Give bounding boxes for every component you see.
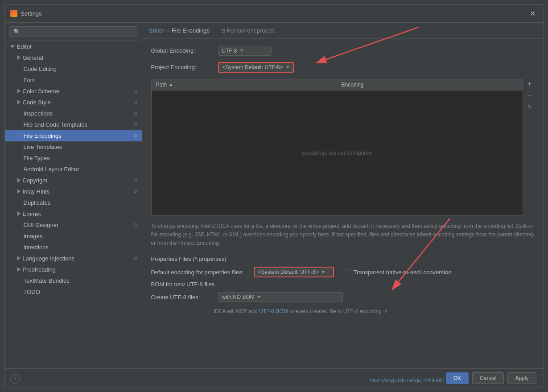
table-empty-message: Encodings are not configured: [302, 150, 371, 156]
dropdown-arrow-icon: [240, 50, 243, 52]
breadcrumb: Editor › File Encodings ⊞ For current pr…: [142, 23, 544, 39]
copy-icon: ⧉: [134, 256, 137, 261]
dropdown-arrow-icon: [321, 271, 325, 273]
edit-encoding-button[interactable]: ✎: [525, 102, 535, 112]
sidebar-item-label: File and Code Templates: [24, 121, 88, 128]
create-utf8-value: with NO BOM: [222, 294, 255, 300]
project-encoding-label: Project Encoding:: [151, 64, 214, 70]
project-encoding-dropdown[interactable]: <System Default: UTF-8>: [218, 62, 294, 73]
transparent-checkbox[interactable]: [344, 269, 350, 275]
sidebar-item-file-encodings[interactable]: File Encodings ⧉: [5, 130, 142, 141]
copy-icon: ⧉: [134, 222, 137, 228]
sidebar-item-editor[interactable]: Editor: [5, 41, 142, 52]
sidebar-item-todo[interactable]: TODO: [5, 286, 142, 297]
sidebar-item-inlay-hints[interactable]: Inlay Hints ⧉: [5, 186, 142, 197]
search-input[interactable]: [9, 26, 137, 37]
table-col-path: Path ▲: [152, 79, 337, 90]
sidebar-item-proofreading[interactable]: Proofreading: [5, 264, 142, 275]
sidebar-item-label: Live Templates: [24, 144, 62, 150]
global-encoding-label: Global Encoding:: [151, 47, 214, 54]
project-encoding-row: Project Encoding: <System Default: UTF-8…: [151, 62, 535, 73]
sidebar-item-android-layout-editor[interactable]: Android Layout Editor: [5, 164, 142, 175]
sidebar-item-general[interactable]: General: [5, 52, 142, 63]
sidebar-item-language-injections[interactable]: Language Injections ⧉: [5, 253, 142, 264]
sidebar-item-duplicates[interactable]: Duplicates: [5, 197, 142, 208]
dropdown-arrow-icon: [257, 296, 261, 298]
bom-section-label: BOM for new UTF-8 files: [151, 281, 535, 288]
sidebar-item-label: Images: [24, 233, 43, 239]
sidebar-item-label: Android Layout Editor: [24, 166, 79, 173]
copy-icon: ⧉: [134, 99, 137, 105]
table-col-encoding: Encoding: [337, 79, 523, 90]
title-bar: Settings ✕: [5, 5, 544, 23]
transparent-row: Transparent native-to-ascii conversion: [344, 269, 452, 276]
sidebar-item-inspections[interactable]: Inspections ⧉: [5, 108, 142, 119]
table-side-buttons: + − ✎: [525, 79, 535, 216]
default-encoding-label: Default encoding for properties files:: [151, 269, 249, 276]
sidebar-item-emmet[interactable]: Emmet: [5, 208, 142, 219]
add-encoding-button[interactable]: +: [525, 79, 535, 89]
sidebar-item-label: Emmet: [23, 210, 41, 217]
idea-note: IDEA will NOT add UTF-8 BOM to every cre…: [214, 308, 535, 314]
copy-icon: ⧉: [134, 111, 137, 116]
sidebar-item-label: Font: [24, 77, 35, 83]
breadcrumb-parent[interactable]: Editor: [149, 27, 165, 34]
sidebar-item-label: File Types: [24, 155, 50, 161]
create-utf8-dropdown[interactable]: with NO BOM: [218, 292, 343, 302]
default-encoding-dropdown[interactable]: <System Default: UTF-8>: [254, 267, 334, 277]
apply-button[interactable]: Apply: [507, 372, 536, 384]
sidebar-item-label: Inlay Hints: [23, 188, 50, 195]
create-utf8-label: Create UTF-8 files:: [151, 294, 214, 301]
sidebar-item-gui-designer[interactable]: GUI Designer ⧉: [5, 219, 142, 231]
title-bar-left: Settings: [10, 10, 42, 17]
expand-icon: [17, 267, 21, 272]
expand-icon: [17, 211, 21, 216]
sidebar-item-label: File Encodings: [24, 132, 62, 139]
sidebar-item-images[interactable]: Images: [5, 231, 142, 242]
global-encoding-dropdown[interactable]: UTF-8: [218, 46, 272, 56]
sidebar-item-label: Inspections: [24, 110, 53, 117]
cancel-button[interactable]: Cancel: [472, 372, 504, 384]
sidebar-item-label: TODO: [24, 289, 40, 295]
sidebar-item-live-templates[interactable]: Live Templates: [5, 141, 142, 153]
sidebar-item-textmate-bundles[interactable]: TextMate Bundles: [5, 275, 142, 286]
sidebar-item-label: Color Scheme: [23, 88, 59, 95]
sidebar-item-label: Intentions: [24, 244, 49, 251]
copy-icon: ⧉: [134, 133, 137, 139]
sidebar-item-label: Language Injections: [23, 255, 74, 262]
ok-button[interactable]: OK: [446, 372, 469, 384]
expand-icon: [17, 189, 21, 194]
global-encoding-value: UTF-8: [222, 48, 237, 54]
utf8-bom-link[interactable]: UTF-8 BOM: [259, 308, 288, 314]
dropdown-arrow-icon: [286, 66, 289, 68]
search-box: [5, 23, 142, 41]
sidebar-item-font[interactable]: Font: [5, 74, 142, 86]
sidebar-item-label: Code Editing: [24, 66, 57, 72]
table-body: Encodings are not configured: [152, 91, 523, 215]
sidebar-item-label: Code Style: [23, 99, 51, 106]
sidebar-item-copyright[interactable]: Copyright ⧉: [5, 175, 142, 186]
sidebar-item-intentions[interactable]: Intentions: [5, 242, 142, 253]
main-content: Editor › File Encodings ⊞ For current pr…: [142, 23, 544, 368]
copy-icon: ⧉: [134, 122, 137, 128]
sidebar-item-file-code-templates[interactable]: File and Code Templates ⧉: [5, 119, 142, 130]
sidebar-item-label: General: [23, 54, 43, 61]
info-text: To change encoding IntelliJ IDEA uses fo…: [151, 222, 535, 248]
sidebar-item-color-scheme[interactable]: Color Scheme ⧉: [5, 86, 142, 97]
breadcrumb-separator: ›: [167, 27, 169, 34]
sidebar-item-code-editing[interactable]: Code Editing: [5, 63, 142, 74]
close-button[interactable]: ✕: [527, 8, 538, 19]
sidebar-item-file-types[interactable]: File Types: [5, 153, 142, 164]
app-icon: [10, 10, 17, 17]
project-encoding-value: <System Default: UTF-8>: [222, 64, 283, 70]
settings-dialog: Settings ✕ Editor General: [4, 4, 544, 388]
copy-icon: ⧉: [134, 177, 137, 183]
expand-icon: [17, 256, 21, 260]
expand-icon: [17, 178, 21, 182]
help-button[interactable]: ?: [10, 374, 20, 384]
default-encoding-value: <System Default: UTF-8>: [258, 269, 319, 275]
expand-icon: [17, 89, 21, 93]
encoding-table: Path ▲ Encoding Encodings are not config…: [151, 79, 523, 216]
sidebar-item-code-style[interactable]: Code Style ⧉: [5, 97, 142, 108]
remove-encoding-button[interactable]: −: [525, 91, 535, 100]
